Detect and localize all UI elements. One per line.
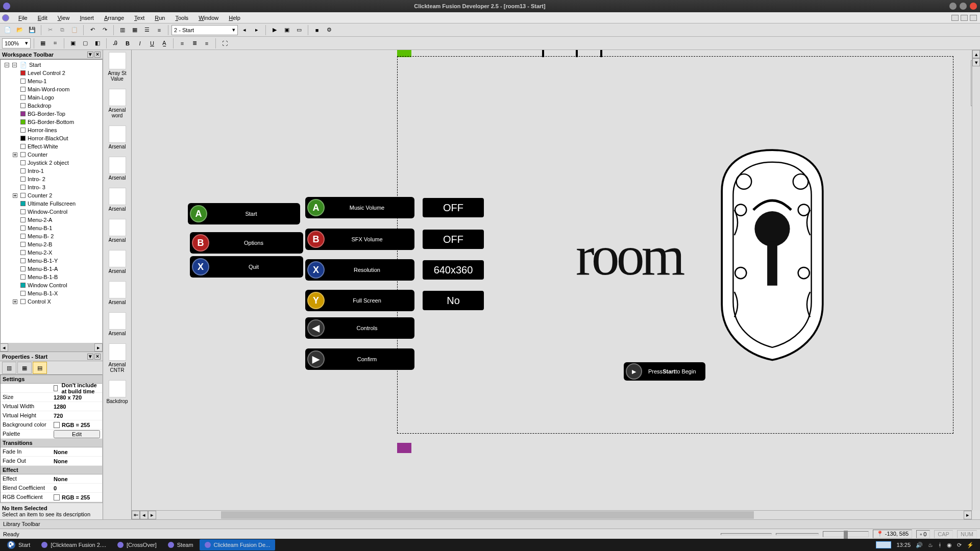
run-frame-button[interactable]: ▣ bbox=[281, 24, 292, 36]
tree-item[interactable]: +Counter 2 bbox=[1, 191, 102, 199]
close-panel-button[interactable]: × bbox=[94, 354, 101, 360]
pin-icon[interactable]: ▾ bbox=[87, 52, 93, 58]
front-button[interactable]: ▣ bbox=[67, 38, 79, 49]
run-app-button[interactable]: ▶ bbox=[269, 24, 280, 36]
mdi-minimize-button[interactable] bbox=[951, 15, 959, 21]
room-word[interactable]: room bbox=[576, 223, 682, 288]
frame-editor-button[interactable]: ▦ bbox=[129, 24, 140, 36]
tree-item[interactable]: Main-Word-room bbox=[1, 85, 102, 93]
option-value[interactable]: No bbox=[423, 291, 484, 310]
object-strip-item[interactable]: Arsenal word bbox=[106, 89, 129, 118]
grid-button[interactable]: ▦ bbox=[37, 38, 48, 49]
align-center-button[interactable]: ≣ bbox=[189, 38, 200, 49]
start-button[interactable]: Start bbox=[2, 539, 35, 550]
property-row[interactable]: RGB CoefficientRGB = 255 bbox=[1, 493, 102, 502]
menu-start[interactable]: A Start bbox=[188, 203, 300, 224]
os-minimize-button[interactable] bbox=[949, 3, 957, 10]
tree-item[interactable]: BG-Border-Bottom bbox=[1, 118, 102, 126]
tree-item[interactable]: Menu-B-1-A bbox=[1, 265, 102, 273]
cut-button[interactable]: ✂ bbox=[44, 24, 56, 36]
object-strip-item[interactable]: Arsenal CNTR bbox=[106, 343, 129, 373]
tree-item[interactable]: Window Control bbox=[1, 281, 102, 289]
option-value[interactable]: OFF bbox=[423, 198, 484, 217]
menu-help[interactable]: Help bbox=[224, 14, 246, 22]
tree-item[interactable]: Backdrop bbox=[1, 102, 102, 110]
tree-item[interactable]: Menu-B- 2 bbox=[1, 232, 102, 240]
tree-item[interactable]: Horror-BlackOut bbox=[1, 134, 102, 142]
underline-button[interactable]: U bbox=[146, 38, 158, 49]
next-frame-nav-button[interactable]: ▸ bbox=[148, 511, 156, 519]
prop-tab-settings[interactable]: ▥ bbox=[2, 362, 16, 374]
zoom-slider[interactable] bbox=[823, 531, 869, 537]
build-button[interactable]: ⚙ bbox=[324, 24, 335, 36]
object-strip-item[interactable]: Arsenal bbox=[106, 126, 129, 149]
tree-item[interactable]: Main-Logo bbox=[1, 93, 102, 102]
workspace-switcher[interactable] bbox=[876, 541, 891, 548]
object-strip-item[interactable]: Arsenal bbox=[106, 250, 129, 274]
property-row[interactable]: Don't include at build time bbox=[1, 384, 102, 393]
mdi-restore-button[interactable] bbox=[961, 15, 968, 21]
property-row[interactable]: Background colorRGB = 255 bbox=[1, 420, 102, 430]
tree-hscroll[interactable]: ◂▸ bbox=[0, 343, 103, 352]
menu-insert[interactable]: Insert bbox=[75, 14, 99, 22]
first-frame-button[interactable]: ⇤ bbox=[132, 511, 140, 519]
menu-edit[interactable]: Edit bbox=[33, 14, 53, 22]
menu-arrange[interactable]: Arrange bbox=[99, 14, 129, 22]
zoom-selector[interactable]: 100% bbox=[2, 38, 31, 48]
close-panel-button[interactable]: × bbox=[94, 52, 101, 58]
discord-icon[interactable]: ◉ bbox=[947, 542, 952, 548]
taskbar-task[interactable]: Steam bbox=[163, 539, 199, 550]
next-frame-button[interactable]: ▸ bbox=[251, 24, 262, 36]
press-start-prompt[interactable]: ▶ Press Start to Begin bbox=[624, 362, 705, 381]
tree-item[interactable]: Menu-2-B bbox=[1, 240, 102, 248]
paste-button[interactable]: 📋 bbox=[69, 24, 80, 36]
property-row[interactable]: Virtual Width1280 bbox=[1, 402, 102, 411]
bluetooth-icon[interactable]: ᚼ bbox=[938, 542, 942, 548]
run-project-button[interactable]: ▭ bbox=[293, 24, 305, 36]
align-right-button[interactable]: ≡ bbox=[201, 38, 212, 49]
copy-button[interactable]: ⧉ bbox=[57, 24, 68, 36]
frame-vscroll[interactable]: ▴▾ bbox=[972, 50, 980, 510]
tree-item[interactable]: Intro- 3 bbox=[1, 183, 102, 191]
frame-canvas[interactable]: A Start B Options X Quit room bbox=[132, 50, 967, 499]
property-row[interactable]: Fade OutNone bbox=[1, 457, 102, 466]
property-row[interactable]: PaletteEdit bbox=[1, 430, 102, 439]
menu-run[interactable]: Run bbox=[150, 14, 170, 22]
menu-tools[interactable]: Tools bbox=[170, 14, 193, 22]
option-value[interactable]: 640x360 bbox=[423, 260, 484, 280]
taskbar-task[interactable]: [CrossOver] bbox=[112, 539, 162, 550]
option-confirm[interactable]: ▶Confirm bbox=[305, 348, 414, 370]
tree-item[interactable]: Horror-lines bbox=[1, 126, 102, 134]
property-row[interactable]: Size1280 x 720 bbox=[1, 393, 102, 402]
property-row[interactable]: EffectNone bbox=[1, 474, 102, 484]
frame-hscroll[interactable]: ⇤ ◂ ▸ ▸ bbox=[132, 510, 972, 519]
option-full-screen[interactable]: YFull Screen bbox=[305, 290, 414, 311]
tree-item[interactable]: Menu-1 bbox=[1, 77, 102, 85]
object-strip-item[interactable]: Arsenal bbox=[106, 188, 129, 212]
object-strip-item[interactable]: Backdrop bbox=[106, 380, 129, 404]
library-toolbar[interactable]: Library Toolbar bbox=[0, 519, 980, 529]
align-left-button[interactable]: ≡ bbox=[177, 38, 188, 49]
tree-item[interactable]: Ultimate Fullscreen bbox=[1, 199, 102, 208]
storyboard-editor-button[interactable]: ▥ bbox=[117, 24, 128, 36]
event-editor-button[interactable]: ☰ bbox=[141, 24, 153, 36]
undo-button[interactable]: ↶ bbox=[87, 24, 98, 36]
tree-item[interactable]: Effect-White bbox=[1, 142, 102, 151]
menu-view[interactable]: View bbox=[53, 14, 75, 22]
event-list-editor-button[interactable]: ≡ bbox=[154, 24, 165, 36]
prev-frame-button[interactable]: ◂ bbox=[239, 24, 250, 36]
object-strip[interactable]: Array St ValueArsenal wordArsenalArsenal… bbox=[103, 50, 132, 519]
menu-text[interactable]: Text bbox=[129, 14, 150, 22]
volume-icon[interactable]: 🔊 bbox=[916, 542, 923, 548]
tree-item[interactable]: Menu-B-1 bbox=[1, 224, 102, 232]
text-color-button[interactable]: A̲ bbox=[159, 38, 170, 49]
prev-frame-nav-button[interactable]: ◂ bbox=[140, 511, 148, 519]
main-logo[interactable] bbox=[708, 147, 836, 361]
object-strip-item[interactable]: Array St Value bbox=[106, 52, 129, 82]
canvas-viewport[interactable]: A Start B Options X Quit room bbox=[132, 50, 972, 510]
property-row[interactable]: Fade InNone bbox=[1, 447, 102, 457]
frame-selector[interactable]: 2 - Start bbox=[172, 25, 238, 35]
object-strip-item[interactable]: Arsenal bbox=[106, 219, 129, 243]
property-row[interactable]: Blend Coefficient0 bbox=[1, 484, 102, 493]
save-button[interactable]: 💾 bbox=[27, 24, 38, 36]
